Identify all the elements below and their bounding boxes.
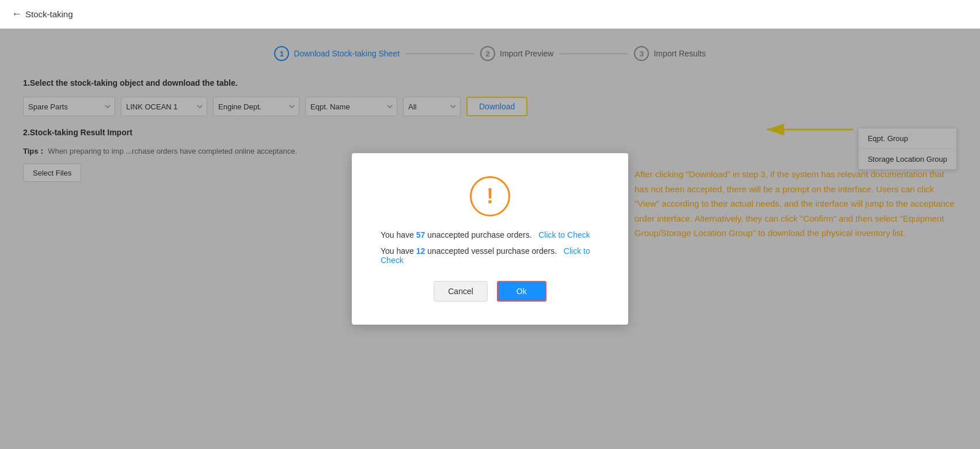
modal-buttons: Cancel Ok bbox=[381, 281, 599, 302]
modal-line1-link[interactable]: Click to Check bbox=[538, 230, 590, 239]
modal-cancel-button[interactable]: Cancel bbox=[434, 281, 488, 302]
modal-line2-suffix: unaccepted vessel purchase orders. bbox=[425, 246, 557, 256]
main-content: 1 Download Stock-taking Sheet 2 Import P… bbox=[0, 29, 980, 449]
modal-overlay: ! You have 57 unaccepted purchase orders… bbox=[0, 29, 980, 449]
top-bar: ← Stock-taking bbox=[0, 0, 980, 29]
modal-line-1: You have 57 unaccepted purchase orders. … bbox=[381, 230, 599, 239]
modal-line1-suffix: unaccepted purchase orders. bbox=[425, 230, 531, 239]
back-arrow-icon: ← bbox=[12, 8, 22, 20]
modal-line-2: You have 12 unaccepted vessel purchase o… bbox=[381, 246, 599, 265]
modal-warning-icon: ! bbox=[470, 176, 510, 216]
modal-line1-prefix: You have bbox=[381, 230, 416, 239]
modal-line1-count: 57 bbox=[416, 230, 426, 239]
modal-ok-button[interactable]: Ok bbox=[497, 281, 546, 302]
page-title: Stock-taking bbox=[25, 9, 73, 19]
modal-line2-prefix: You have bbox=[381, 246, 416, 256]
modal-dialog: ! You have 57 unaccepted purchase orders… bbox=[352, 153, 628, 325]
back-button[interactable]: ← Stock-taking bbox=[12, 8, 73, 20]
modal-line2-count: 12 bbox=[416, 246, 426, 256]
